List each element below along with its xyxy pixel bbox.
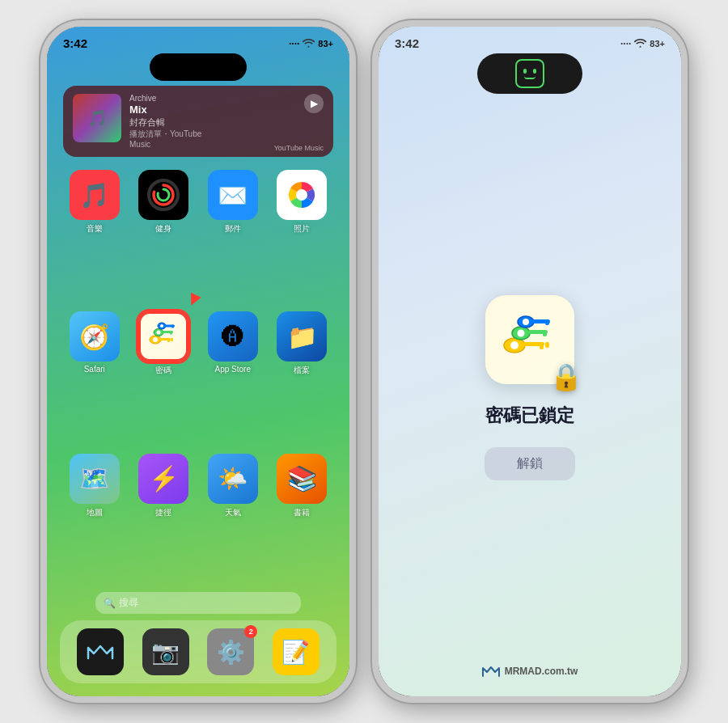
lock-app-container: 🔒 密碼已鎖定 解鎖: [485, 110, 575, 666]
app-icon-mail[interactable]: ✉️ 郵件: [201, 170, 265, 298]
time-left: 3:42: [63, 36, 87, 50]
passwords-keys-large: [502, 315, 558, 365]
books-label: 書籍: [294, 507, 310, 518]
files-icon: 📁: [277, 311, 327, 362]
search-bar-area: 🔍 搜尋: [47, 589, 349, 617]
svg-point-3: [296, 189, 307, 201]
app-icon-maps[interactable]: 🗺️ 地圖: [63, 454, 126, 582]
dock-camera[interactable]: 📷: [142, 628, 189, 675]
svg-rect-12: [170, 331, 172, 335]
safari-label: Safari: [84, 365, 105, 374]
widget-play-button[interactable]: ▶: [304, 94, 324, 113]
status-bar-left: 3:42 ···· 83+: [47, 27, 349, 53]
maps-label: 地圖: [87, 507, 103, 518]
status-icons-left: ···· 83+: [289, 38, 333, 49]
appstore-label: App Store: [215, 365, 251, 374]
widget-info: Archive Mix 封存合輯 播放清單・YouTube Music: [129, 94, 324, 149]
face-id-island: [477, 53, 582, 94]
mail-label: 郵件: [225, 223, 241, 235]
dynamic-island-left: [150, 53, 247, 81]
files-label: 檔案: [294, 365, 310, 376]
widget-desc1: 播放清單・YouTube: [129, 129, 324, 140]
signal-icon-right: ····: [620, 38, 631, 49]
unlock-button[interactable]: 解鎖: [485, 447, 575, 480]
app-icon-photos[interactable]: 照片: [271, 170, 334, 298]
music-widget[interactable]: 🎵 Archive Mix 封存合輯 播放清單・YouTube Music ▶ …: [63, 86, 333, 157]
settings-badge: 2: [244, 625, 257, 638]
appstore-icon: 🅐: [208, 311, 258, 362]
face-id-mouth: [524, 76, 535, 79]
app-grid: 🎵 音樂 健身 ✉️ 郵件: [47, 163, 349, 589]
mrmad-logo-icon: [482, 666, 500, 677]
dock-notes[interactable]: 📝: [273, 628, 320, 675]
wifi-icon: [303, 39, 315, 48]
app-icon-weather[interactable]: 🌤️ 天氣: [201, 454, 265, 582]
home-screen: 3:42 ···· 83+ 🎵 Archive Mix 封存合輯 播放清單・Yo…: [47, 27, 349, 696]
app-icon-appstore[interactable]: 🅐 App Store: [201, 311, 265, 440]
dock-settings[interactable]: ⚙️ 2: [207, 628, 254, 675]
lock-icon-overlay: 🔒: [550, 362, 582, 392]
time-right: 3:42: [395, 36, 419, 50]
dock: 📷 ⚙️ 2 📝: [60, 620, 336, 683]
status-icons-right: ···· 83+: [620, 38, 665, 49]
svg-rect-21: [545, 342, 549, 348]
mrmad-footer-text: MRMAD.com.tw: [505, 666, 578, 677]
maps-icon: 🗺️: [70, 454, 120, 504]
wifi-icon-right: [634, 39, 646, 48]
search-bar[interactable]: 🔍 搜尋: [95, 592, 301, 614]
photos-label: 照片: [294, 223, 310, 235]
weather-icon: 🌤️: [208, 454, 258, 504]
passwords-app-icon-large: 🔒: [485, 295, 574, 384]
mail-icon: ✉️: [208, 170, 258, 220]
shortcuts-icon: ⚡: [138, 454, 188, 504]
search-placeholder: 搜尋: [119, 596, 138, 610]
books-icon: 📚: [277, 454, 327, 504]
left-phone: 3:42 ···· 83+ 🎵 Archive Mix 封存合輯 播放清單・Yo…: [40, 20, 356, 703]
signal-icon: ····: [289, 38, 299, 49]
app-icon-fitness[interactable]: 健身: [133, 170, 196, 298]
shortcuts-label: 捷徑: [155, 507, 171, 518]
app-icon-shortcuts[interactable]: ⚡ 捷徑: [133, 454, 196, 582]
keys-svg: [147, 322, 180, 351]
svg-point-10: [157, 331, 161, 335]
safari-icon: 🧭: [70, 311, 120, 362]
mrmad-app-icon: [87, 644, 114, 660]
app-icon-files[interactable]: 📁 檔案: [271, 311, 334, 440]
svg-point-18: [510, 341, 518, 349]
photos-icon: [277, 170, 327, 220]
music-icon: 🎵: [70, 170, 120, 220]
svg-point-14: [160, 324, 163, 328]
svg-rect-16: [171, 325, 174, 328]
fitness-label: 健身: [155, 223, 171, 235]
search-icon: 🔍: [104, 598, 116, 609]
widget-source: YouTube Music: [274, 144, 324, 152]
app-icon-books[interactable]: 📚 書籍: [271, 454, 334, 582]
weather-label: 天氣: [225, 507, 241, 518]
fitness-icon: [138, 170, 188, 220]
widget-subtitle: 封存合輯: [129, 116, 324, 129]
svg-rect-25: [543, 330, 547, 336]
locked-screen: 3:42 ···· 83+: [379, 27, 681, 696]
battery-icon: 83+: [318, 39, 333, 49]
lock-title: 密碼已鎖定: [485, 404, 574, 428]
svg-rect-29: [545, 319, 549, 325]
app-icon-music[interactable]: 🎵 音樂: [63, 170, 126, 298]
mrmad-footer: MRMAD.com.tw: [482, 666, 578, 696]
face-id-icon: [515, 59, 544, 88]
status-bar-right: 3:42 ···· 83+: [379, 27, 681, 53]
svg-point-27: [523, 319, 529, 325]
right-phone: 3:42 ···· 83+: [372, 20, 688, 703]
face-id-eye-right: [533, 69, 536, 74]
passwords-icon: ▼: [138, 311, 188, 362]
app-icon-passwords[interactable]: ▼: [133, 311, 196, 440]
face-id-eyes: [523, 69, 536, 74]
svg-rect-8: [171, 338, 173, 341]
svg-rect-20: [540, 342, 544, 349]
widget-track-title: Mix: [129, 104, 324, 116]
svg-point-23: [518, 330, 525, 337]
battery-icon-right: 83+: [650, 39, 665, 49]
widget-album-art: 🎵: [73, 94, 121, 142]
dock-mrmad[interactable]: [77, 628, 124, 675]
app-icon-safari[interactable]: 🧭 Safari: [63, 311, 126, 440]
svg-point-5: [153, 337, 158, 342]
